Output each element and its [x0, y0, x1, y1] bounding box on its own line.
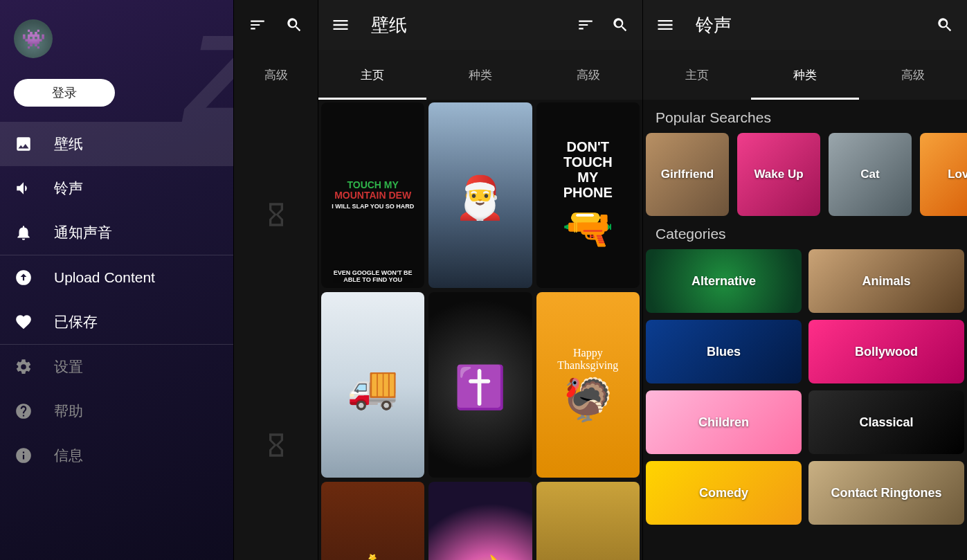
- category-card-7[interactable]: Contact Ringtones: [808, 461, 964, 525]
- nav-drawer: Z 👾 登录 壁纸铃声通知声音Upload Content已保存设置帮助信息: [0, 0, 233, 560]
- wallpaper-tab-2[interactable]: 高级: [534, 50, 642, 100]
- wallpaper-title: 壁纸: [371, 13, 565, 37]
- heart-icon: [14, 313, 33, 331]
- search-icon[interactable]: [280, 11, 308, 39]
- drawer-item-label: 通知声音: [54, 223, 112, 242]
- drawer-item-gear[interactable]: 设置: [0, 345, 233, 389]
- drawer-item-heart[interactable]: 已保存: [0, 300, 233, 344]
- drawer-item-label: 设置: [54, 357, 83, 377]
- search-icon[interactable]: [606, 11, 634, 39]
- drawer-item-label: 帮助: [54, 401, 83, 421]
- drawer-item-label: Upload Content: [54, 269, 155, 286]
- tile-mountain-dew[interactable]: TOUCH MYMOUNTAIN DEWI WILL SLAP YOU SO H…: [321, 102, 424, 288]
- ringtone-appbar: 铃声: [643, 0, 967, 50]
- popular-search-2[interactable]: Cat: [829, 133, 912, 216]
- popular-search-1[interactable]: Wake Up: [737, 133, 820, 216]
- category-card-5[interactable]: Classical: [808, 390, 964, 454]
- wallpaper-tab-1[interactable]: 种类: [426, 50, 534, 100]
- drawer-item-info[interactable]: 信息: [0, 433, 233, 478]
- strip-tab-premium[interactable]: 高级: [234, 50, 318, 100]
- drawer-item-upload[interactable]: Upload Content: [0, 255, 233, 300]
- wallpaper-appbar: 壁纸: [318, 0, 642, 50]
- drawer-item-image[interactable]: 壁纸: [0, 122, 233, 166]
- category-card-6[interactable]: Comedy: [646, 461, 802, 525]
- bell-icon: [14, 224, 33, 242]
- popular-searches-title: Popular Searches: [643, 100, 967, 133]
- sort-icon[interactable]: [244, 11, 271, 39]
- image-icon: [14, 135, 33, 153]
- background-strip: 高级: [233, 0, 318, 560]
- drawer-item-bell[interactable]: 通知声音: [0, 210, 233, 255]
- category-card-2[interactable]: Blues: [646, 320, 802, 383]
- tile-red-truck[interactable]: 🚚: [321, 292, 424, 478]
- drawer-item-help[interactable]: 帮助: [0, 389, 233, 433]
- drawer-item-label: 已保存: [54, 312, 98, 332]
- tile-merry-xmas[interactable]: MERRY CHRISTMAS: [536, 482, 640, 560]
- ringtone-title: 铃声: [696, 13, 924, 37]
- category-card-3[interactable]: Bollywood: [808, 320, 964, 383]
- upload-icon: [14, 269, 33, 287]
- hourglass-icon: [262, 197, 290, 232]
- sort-icon[interactable]: [572, 11, 599, 39]
- drawer-item-label: 壁纸: [54, 134, 83, 154]
- popular-search-0[interactable]: Girlfriend: [646, 133, 729, 216]
- drawer-item-label: 铃声: [54, 179, 83, 198]
- tile-moon[interactable]: 🌙: [428, 482, 532, 560]
- categories-title: Categories: [643, 216, 967, 249]
- tile-xmas-window[interactable]: 🎄: [321, 482, 424, 560]
- wallpaper-panel: 壁纸 主页种类高级 TOUCH MYMOUNTAIN DEWI WILL SLA…: [318, 0, 642, 560]
- ringtone-tab-1[interactable]: 种类: [751, 50, 859, 100]
- search-icon[interactable]: [931, 11, 959, 39]
- hourglass-icon: [262, 428, 290, 462]
- ringtone-tab-0[interactable]: 主页: [643, 50, 751, 100]
- volume-icon: [14, 179, 33, 197]
- gear-icon: [14, 358, 33, 376]
- drawer-item-label: 信息: [54, 446, 83, 465]
- category-card-1[interactable]: Animals: [808, 249, 964, 313]
- tile-dont-touch[interactable]: DON'T TOUCH MY PHONE🔫: [536, 102, 640, 288]
- ringtone-panel: 铃声 主页种类高级 Popular Searches GirlfriendWak…: [642, 0, 967, 560]
- category-card-4[interactable]: Children: [646, 390, 802, 454]
- ringtone-tab-2[interactable]: 高级: [859, 50, 967, 100]
- info-icon: [14, 446, 33, 464]
- tile-santa-yoda[interactable]: 🎅: [428, 102, 532, 288]
- loading-cell-1: [262, 100, 290, 330]
- loading-cell-2: [262, 330, 290, 561]
- tile-crown-thorns[interactable]: ✝️: [428, 292, 532, 478]
- tile-thanksgiving[interactable]: Happy Thanksgiving🦃: [536, 292, 640, 478]
- login-button[interactable]: 登录: [14, 79, 115, 107]
- popular-search-3[interactable]: Love: [920, 133, 967, 216]
- drawer-item-volume[interactable]: 铃声: [0, 166, 233, 210]
- menu-icon[interactable]: [651, 11, 679, 39]
- menu-icon[interactable]: [327, 11, 354, 39]
- avatar[interactable]: 👾: [14, 19, 53, 58]
- drawer-header: Z 👾 登录: [0, 0, 233, 122]
- category-card-0[interactable]: Alternative: [646, 249, 802, 313]
- help-icon: [14, 402, 33, 420]
- wallpaper-tab-0[interactable]: 主页: [318, 50, 426, 100]
